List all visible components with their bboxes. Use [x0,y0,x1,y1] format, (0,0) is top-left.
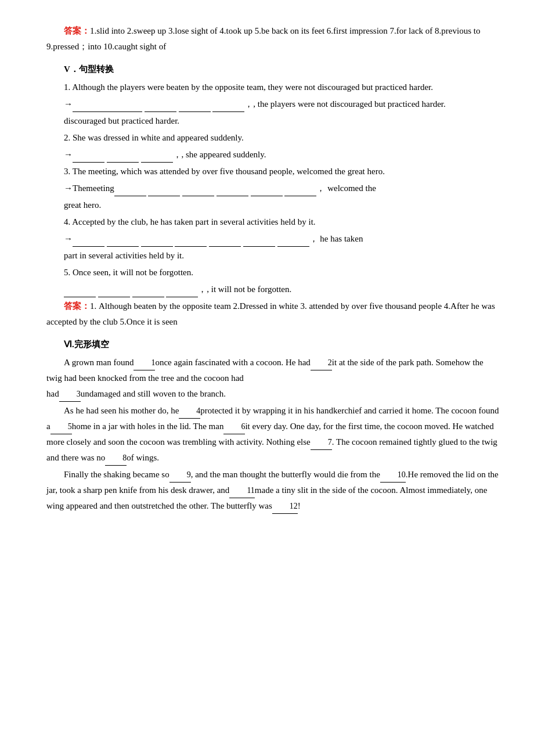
q4-answer-line1: → ， he has taken [46,231,499,247]
q5-answer-line: ，, it will not be forgotten. [46,282,499,297]
cloze-para2: As he had seen his mother do, he4protect… [46,403,499,466]
q1-blank4[interactable] [212,111,244,112]
q4-arrow: → [64,234,73,243]
para2-text-c: home in a jar with holes in the lid. The… [72,422,224,431]
q5-rest: , it will not be forgotten. [207,285,291,294]
answer2-label: 答案： [64,301,90,311]
blank-10[interactable]: 10 [380,467,406,483]
answer1-label: 答案： [64,26,90,35]
cloze-para1: A grown man found1once again fascinated … [46,355,499,402]
q4-blank5[interactable] [209,246,241,247]
q3-sentence: 3. The meeting, which was attended by ov… [46,164,499,179]
page-content: 答案：1.slid into 2.sweep up 3.lose sight o… [46,23,499,514]
q2-rest: , she appeared suddenly. [182,150,266,159]
q4-blank4[interactable] [175,246,207,247]
q4-blank1[interactable] [73,246,104,247]
q2-sentence: 2. She was dressed in white and appeared… [46,130,499,146]
q3-blank6[interactable] [284,196,316,196]
q4-blank2[interactable] [107,246,139,247]
q2-answer-line: → ，, she appeared suddenly. [46,147,499,163]
q5-blank4[interactable] [166,297,198,297]
q4-sentence: 4. Accepted by the club, he has taken pa… [46,214,499,230]
q2-blank3[interactable] [141,162,173,163]
para1-text-b: once again fascinated with a cocoon. He … [155,358,310,367]
para1-text-a: A grown man found [64,358,134,367]
para3-text-b: , and the man thought the butterfly woul… [191,470,380,479]
blank-8[interactable]: 8 [105,451,127,466]
q1-blank3[interactable] [179,111,211,112]
q1-sentence: 1. Although the players were beaten by t… [46,80,499,95]
para3-text-a: Finally the shaking became so [64,470,169,479]
q3-blank2[interactable] [148,196,180,196]
answer1-paragraph: 答案：1.slid into 2.sweep up 3.lose sight o… [46,23,499,55]
q1-arrow: → [64,99,73,109]
q1-rest-line: discouraged but practiced harder. [46,113,499,129]
answer2-text: 1. Although beaten by the opposite team … [46,301,495,326]
para1-cont: had [46,389,59,398]
q3-blank5[interactable] [251,196,283,196]
q4-blank6[interactable] [243,246,275,247]
q3-blank1[interactable] [114,196,146,196]
q1-blank2[interactable] [145,111,176,112]
blank-1[interactable]: 1 [134,355,155,370]
q5-sentence: 5. Once seen, it will not be forgotten. [46,265,499,280]
answer2-paragraph: 答案：1. Although beaten by the opposite te… [46,298,499,330]
blank-7[interactable]: 7 [311,435,332,450]
q5-blank3[interactable] [132,297,164,297]
q3-blank4[interactable] [217,196,248,196]
para2-text-f: of wings. [127,453,159,462]
blank-3-inline[interactable]: 3 [59,387,81,402]
q4-rest: he has taken [318,234,363,243]
blank-4[interactable]: 4 [179,404,200,419]
section-vi-title: Ⅵ.完形填空 [46,337,499,352]
q3-blank3[interactable] [182,196,214,196]
q3-answer-line1: →Themeeting ， welcomed the [46,181,499,196]
q1-blank1[interactable] [73,111,142,112]
blank-2[interactable]: 2 [311,355,332,370]
q1-answer-line: → ，, the players were not discouraged bu… [46,96,499,112]
para3-text-e: ! [298,501,301,510]
q1-rest: , the players were not discouraged but p… [253,99,446,109]
q5-blank1[interactable] [64,297,96,297]
blank-5[interactable]: 5 [50,419,72,434]
q3-rest-line: great hero. [46,197,499,213]
q3-rest: welcomed the [325,183,376,193]
blank-9[interactable]: 9 [169,467,191,483]
blank-6[interactable]: 6 [223,419,245,434]
para2-text-a: As he had seen his mother do, he [64,406,179,415]
q4-rest-line: part in several activities held by it. [46,248,499,264]
q2-arrow: → [64,150,73,159]
q4-blank3[interactable] [141,246,173,247]
q4-blank7[interactable] [277,246,309,247]
cloze-para3: Finally the shaking became so9, and the … [46,467,499,514]
q2-blank1[interactable] [73,162,104,163]
answer1-text: 1.slid into 2.sweep up 3.lose sight of 4… [46,26,480,51]
q3-arrow: →Themeeting [64,183,114,193]
blank-11[interactable]: 11 [229,483,254,498]
blank-12[interactable]: 12 [272,499,298,514]
para1-text-d: undamaged and still woven to the branch. [81,389,226,398]
q2-blank2[interactable] [107,162,139,163]
q5-blank2[interactable] [98,297,130,297]
section-v-title: V．句型转换 [46,62,499,77]
